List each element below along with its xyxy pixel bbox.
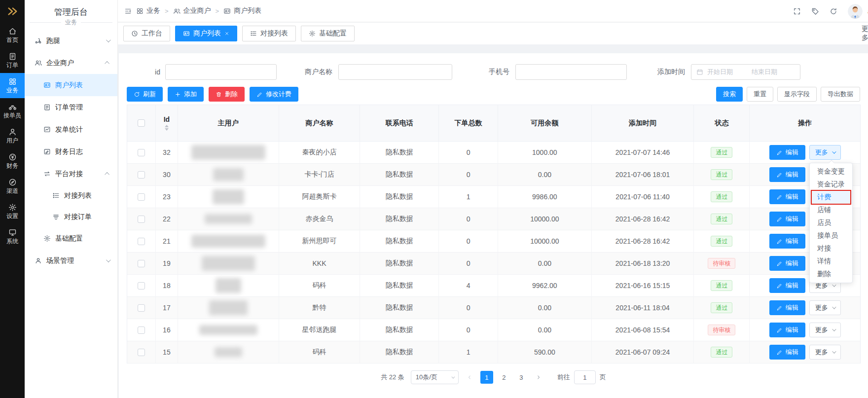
- sidebar-item-对接订单[interactable]: 对接订单: [25, 206, 117, 227]
- more-button[interactable]: 更多: [809, 300, 841, 315]
- 导出数据-button[interactable]: 导出数据: [821, 87, 860, 102]
- rail-item-财务[interactable]: 财务: [0, 148, 25, 174]
- tab-对接列表[interactable]: 对接列表: [242, 26, 296, 41]
- breadcrumb-item-企业商户[interactable]: 企业商户: [173, 6, 211, 15]
- more-button[interactable]: 更多: [809, 323, 841, 337]
- dropdown-item-资金变更[interactable]: 资金变更: [810, 165, 852, 178]
- sidebar-item-发单统计[interactable]: 发单统计: [25, 118, 117, 141]
- dropdown-item-对接[interactable]: 对接: [810, 242, 852, 255]
- sidebar-item-跑腿[interactable]: 跑腿: [25, 30, 117, 52]
- menu-fold-icon[interactable]: [124, 7, 132, 15]
- edit-button[interactable]: 编辑: [769, 345, 805, 360]
- sidebar-item-商户列表[interactable]: 商户列表: [25, 74, 117, 96]
- goto-page-input[interactable]: [574, 370, 596, 384]
- row-checkbox[interactable]: [138, 216, 145, 223]
- rail-item-接单员[interactable]: 接单员: [0, 98, 25, 123]
- sort-carets-icon[interactable]: [165, 125, 169, 131]
- row-checkbox[interactable]: [138, 171, 145, 179]
- tab-基础配置[interactable]: 基础配置: [301, 26, 355, 41]
- rail-item-设置[interactable]: 设置: [0, 199, 25, 224]
- edit-button[interactable]: 编辑: [769, 234, 805, 249]
- sidebar-item-财务日志[interactable]: 财务日志: [25, 141, 117, 163]
- edit-button[interactable]: 编辑: [769, 145, 805, 160]
- edit-button[interactable]: 编辑: [769, 323, 805, 337]
- row-checkbox[interactable]: [138, 238, 145, 245]
- phone-filter-input[interactable]: [515, 64, 627, 80]
- sidebar-item-平台对接[interactable]: 平台对接: [25, 163, 117, 185]
- rail-item-订单[interactable]: 订单: [0, 48, 25, 73]
- more-button[interactable]: 更多: [809, 145, 841, 160]
- row-checkbox[interactable]: [138, 349, 145, 356]
- sidebar-item-场景管理[interactable]: 场景管理: [25, 250, 117, 272]
- merchant-name-filter-input[interactable]: [338, 64, 452, 80]
- sidebar-item-label: 财务日志: [55, 147, 83, 156]
- fullscreen-icon[interactable]: [793, 7, 801, 15]
- sidebar-item-企业商户[interactable]: 企业商户: [25, 52, 117, 74]
- edit-button[interactable]: 编辑: [769, 167, 805, 182]
- more-button[interactable]: 更多: [809, 345, 841, 360]
- tab-商户列表[interactable]: 商户列表: [175, 26, 237, 41]
- app-logo-icon[interactable]: [0, 0, 25, 23]
- breadcrumb-item-商户列表[interactable]: 商户列表: [223, 6, 261, 15]
- row-checkbox[interactable]: [138, 282, 145, 289]
- row-checkbox[interactable]: [138, 326, 145, 334]
- sidebar-item-订单管理[interactable]: 订单管理: [25, 96, 117, 118]
- close-icon[interactable]: [224, 30, 229, 37]
- next-page-button[interactable]: [532, 371, 545, 384]
- sidebar-item-基础配置[interactable]: 基础配置: [25, 227, 117, 250]
- 修改计费-button[interactable]: 修改计费: [250, 87, 298, 102]
- chevron-up-icon: [105, 61, 109, 66]
- cell-add-time: 2021-06-28 16:42: [592, 208, 694, 230]
- dropdown-item-删除[interactable]: 删除: [810, 268, 852, 281]
- 显示字段-button[interactable]: 显示字段: [777, 87, 817, 102]
- sidebar-item-对接列表[interactable]: 对接列表: [25, 185, 117, 206]
- cell-add-time: 2021-06-11 18:04: [592, 297, 694, 319]
- id-filter-input[interactable]: [165, 64, 277, 80]
- dropdown-item-接单员[interactable]: 接单员: [810, 229, 852, 242]
- redacted-user-blur: [199, 325, 257, 335]
- tabs-more-button[interactable]: 更多: [862, 25, 868, 42]
- status-badge: 通过: [711, 147, 732, 158]
- column-header-商户名称: 商户名称: [279, 105, 361, 142]
- theme-tag-icon[interactable]: [811, 7, 819, 15]
- dropdown-item-店员[interactable]: 店员: [810, 217, 852, 229]
- date-range-picker[interactable]: 开始日期 结束日期: [691, 64, 800, 80]
- 删除-button[interactable]: 删除: [209, 87, 245, 102]
- rail-item-系统[interactable]: 系统: [0, 224, 25, 249]
- order-icon: [8, 52, 17, 61]
- edit-button[interactable]: 编辑: [769, 212, 805, 226]
- rail-item-首页[interactable]: 首页: [0, 23, 25, 48]
- 刷新-button[interactable]: 刷新: [127, 87, 163, 102]
- dropdown-item-计费[interactable]: 计费: [810, 191, 852, 204]
- rail-item-用户[interactable]: 用户: [0, 123, 25, 148]
- edit-button[interactable]: 编辑: [769, 278, 805, 293]
- row-checkbox[interactable]: [138, 193, 145, 201]
- page-size-select[interactable]: 10条/页: [411, 370, 459, 384]
- row-select-cell: [127, 230, 156, 253]
- row-checkbox[interactable]: [138, 149, 145, 156]
- rail-item-业务[interactable]: 业务: [0, 73, 25, 98]
- edit-button[interactable]: 编辑: [769, 189, 805, 204]
- merchant-card-icon: [43, 81, 51, 89]
- page-number-3[interactable]: 3: [515, 371, 528, 384]
- cell-order-count: 0: [439, 164, 498, 186]
- row-checkbox[interactable]: [138, 260, 145, 267]
- dropdown-item-详情[interactable]: 详情: [810, 255, 852, 268]
- refresh-icon[interactable]: [830, 7, 837, 15]
- page-number-1[interactable]: 1: [480, 371, 493, 384]
- 重置-button[interactable]: 重置: [747, 87, 773, 102]
- edit-button[interactable]: 编辑: [769, 300, 805, 315]
- 添加-button[interactable]: 添加: [168, 87, 204, 102]
- edit-button[interactable]: 编辑: [769, 256, 805, 271]
- prev-page-button[interactable]: [463, 371, 476, 384]
- dropdown-item-资金记录[interactable]: 资金记录: [810, 178, 852, 191]
- breadcrumb-item-业务[interactable]: 业务: [136, 6, 160, 15]
- page-number-2[interactable]: 2: [498, 371, 510, 384]
- select-all-checkbox[interactable]: [138, 119, 145, 127]
- row-checkbox[interactable]: [138, 304, 145, 312]
- tab-工作台[interactable]: 工作台: [123, 26, 170, 41]
- dropdown-item-店铺[interactable]: 店铺: [810, 204, 852, 217]
- rail-item-渠道[interactable]: 渠道: [0, 174, 25, 199]
- avatar[interactable]: [848, 4, 863, 19]
- 搜索-button[interactable]: 搜索: [716, 87, 743, 102]
